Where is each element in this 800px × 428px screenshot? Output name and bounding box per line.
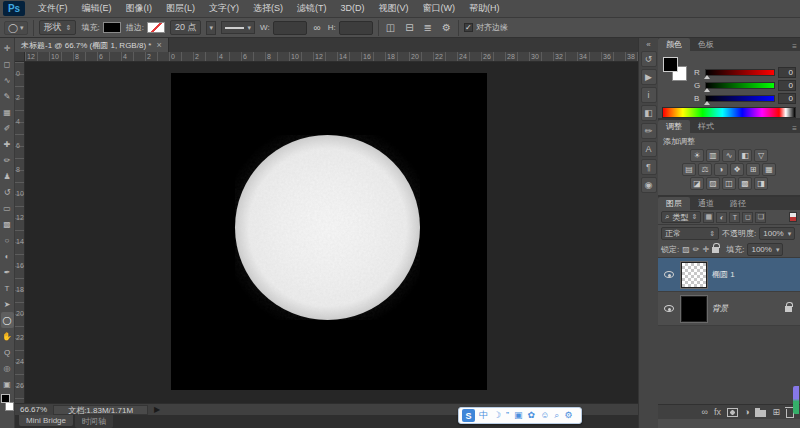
vibrance-icon[interactable]: ▽	[754, 149, 768, 162]
pasteboard[interactable]	[25, 62, 638, 403]
history-panel-icon[interactable]: ↺	[641, 51, 657, 67]
lock-position-icon[interactable]: ✛	[703, 245, 710, 254]
panel-menu-icon[interactable]: ≡	[792, 124, 800, 133]
background-color-swatch[interactable]	[5, 402, 14, 411]
invert-icon[interactable]: ◪	[690, 177, 704, 190]
hue-saturation-icon[interactable]: ▤	[682, 163, 696, 176]
height-input[interactable]	[339, 21, 373, 35]
menu-item[interactable]: 文字(Y)	[202, 0, 246, 17]
ime-logo[interactable]: S	[462, 409, 475, 422]
slider-handle-icon[interactable]	[704, 101, 710, 105]
clone-stamp-tool[interactable]: ♟	[1, 168, 14, 184]
dodge-tool[interactable]: ◐	[1, 248, 14, 264]
channel-value[interactable]: 0	[778, 93, 796, 104]
stroke-style-picker[interactable]: ▾	[221, 21, 255, 34]
ime-search-icon[interactable]: ⌕	[554, 411, 559, 420]
slider-handle-icon[interactable]	[704, 75, 710, 79]
panel-color-swatches[interactable]	[663, 57, 687, 81]
ime-skin-icon[interactable]: ✿	[528, 411, 536, 420]
filter-type-icon[interactable]: T	[729, 212, 740, 223]
color-balance-icon[interactable]: ⚖	[698, 163, 712, 176]
eye-icon[interactable]	[664, 271, 674, 278]
fill-swatch[interactable]	[103, 22, 121, 33]
layers-tab[interactable]: 通道	[690, 197, 722, 210]
adjustments-tab[interactable]: 调整	[658, 120, 690, 133]
new-group-icon[interactable]	[755, 410, 766, 417]
layer-thumbnail[interactable]	[681, 296, 707, 322]
menu-item[interactable]: 选择(S)	[246, 0, 290, 17]
gradient-tool[interactable]: ▩	[1, 216, 14, 232]
lock-transparency-icon[interactable]: ▨	[682, 245, 690, 254]
expand-panels-icon[interactable]: «	[646, 40, 650, 49]
rectangular-marquee-tool[interactable]: ◻	[1, 56, 14, 72]
new-layer-icon[interactable]: ⊞	[772, 408, 780, 417]
eraser-tool[interactable]: ▭	[1, 200, 14, 216]
lasso-tool[interactable]: ∿	[1, 72, 14, 88]
channel-slider[interactable]	[705, 69, 775, 76]
path-operations-icon[interactable]: ◫	[384, 22, 397, 33]
layer-thumbnail[interactable]	[681, 262, 707, 288]
ime-chinese-mode-icon[interactable]: 中	[479, 411, 488, 420]
menu-item[interactable]: 滤镜(T)	[290, 0, 334, 17]
channel-slider[interactable]	[705, 95, 775, 102]
path-selection-tool[interactable]: ➤	[1, 296, 14, 312]
bottom-tab-timeline[interactable]: 时间轴	[75, 415, 113, 428]
zoom-level[interactable]: 66.67%	[20, 405, 47, 414]
selective-color-icon[interactable]: ◨	[754, 177, 768, 190]
visibility-cell[interactable]	[662, 271, 676, 278]
path-align-icon[interactable]: ⊟	[403, 22, 415, 33]
edge-widget[interactable]	[793, 386, 799, 414]
filter-smart-object-icon[interactable]: ❏	[755, 212, 766, 223]
adjustments-tab[interactable]: 样式	[690, 120, 722, 133]
eye-icon[interactable]	[664, 305, 674, 312]
navigator-panel-icon[interactable]: ▶	[641, 69, 657, 85]
gear-icon[interactable]: ⚙	[440, 22, 453, 33]
character-panel-icon[interactable]: A	[641, 141, 657, 157]
menu-item[interactable]: 视图(V)	[372, 0, 416, 17]
canvas[interactable]	[171, 73, 487, 390]
fill-select[interactable]: 100% ▾	[747, 243, 783, 256]
levels-icon[interactable]: ▥	[706, 149, 720, 162]
chevron-down-icon[interactable]: ▾	[206, 21, 216, 35]
channel-value[interactable]: 0	[778, 80, 796, 91]
status-menu-arrow-icon[interactable]: ▶	[154, 405, 160, 414]
clone-source-panel-icon[interactable]: ◉	[641, 177, 657, 193]
filter-adjustment-icon[interactable]: ◐	[716, 212, 727, 223]
stroke-swatch[interactable]	[147, 22, 165, 33]
visibility-cell[interactable]	[662, 305, 676, 312]
paragraph-panel-icon[interactable]: ¶	[641, 159, 657, 175]
menu-item[interactable]: 帮助(H)	[462, 0, 507, 17]
tool-preset-picker[interactable]: ◯ ▾	[4, 21, 28, 35]
ellipse-tool[interactable]: ◯	[1, 312, 14, 328]
photo-filter-icon[interactable]: ❖	[730, 163, 744, 176]
slider-handle-icon[interactable]	[704, 88, 710, 92]
pen-tool[interactable]: ✒	[1, 264, 14, 280]
threshold-icon[interactable]: ◫	[722, 177, 736, 190]
ime-toolbox-icon[interactable]: ⚙	[564, 411, 572, 420]
exposure-icon[interactable]: ◧	[738, 149, 752, 162]
color-lookup-icon[interactable]: ▦	[762, 163, 776, 176]
properties-panel-icon[interactable]: ◧	[641, 105, 657, 121]
ime-punctuation-icon[interactable]: ”	[506, 411, 509, 420]
menu-item[interactable]: 窗口(W)	[416, 0, 463, 17]
layer-row[interactable]: 背景	[658, 292, 800, 326]
eyedropper-tool[interactable]: ✐	[1, 120, 14, 136]
panel-menu-icon[interactable]: ≡	[792, 42, 800, 51]
width-input[interactable]	[273, 21, 307, 35]
new-adjustment-layer-icon[interactable]: ◑	[744, 408, 749, 417]
layers-tab[interactable]: 图层	[658, 197, 690, 210]
type-tool[interactable]: T	[1, 280, 14, 296]
layer-row[interactable]: 椭圆 1	[658, 258, 800, 292]
curves-icon[interactable]: ∿	[722, 149, 736, 162]
document-tab[interactable]: 未标题-1 @ 66.7% (椭圆 1, RGB/8) * ×	[15, 38, 169, 52]
color-tab[interactable]: 色板	[690, 38, 722, 51]
color-spectrum-bar[interactable]	[662, 107, 796, 118]
align-edges-checkbox[interactable]: ✓	[464, 23, 473, 32]
stroke-width-field[interactable]: 20 点	[170, 20, 202, 35]
menu-item[interactable]: 图层(L)	[159, 0, 202, 17]
foreground-color-swatch[interactable]	[1, 394, 10, 403]
menu-item[interactable]: 文件(F)	[31, 0, 75, 17]
black-white-icon[interactable]: ◑	[714, 163, 728, 176]
menu-item[interactable]: 3D(D)	[334, 0, 372, 17]
screen-mode-button[interactable]: ▣	[1, 376, 14, 392]
